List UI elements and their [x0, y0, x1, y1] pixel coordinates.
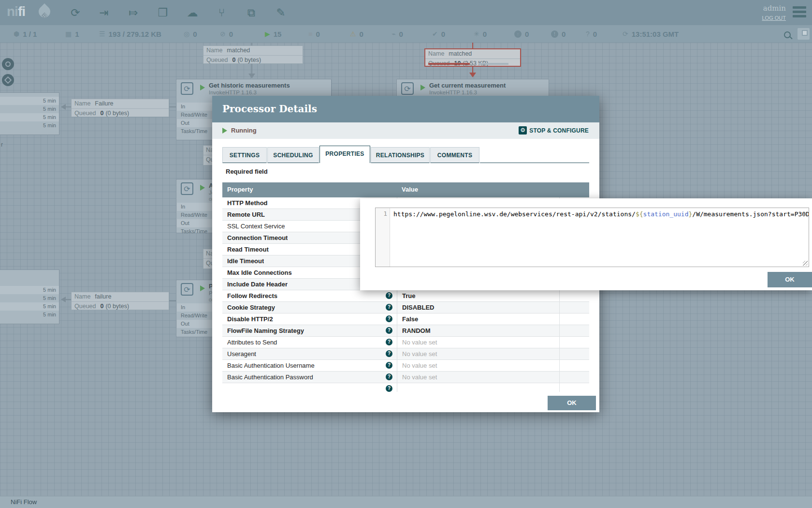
url-token-plain: /W/measurements.json?start=P30D	[692, 210, 809, 218]
property-name: Basic Authentication Password	[227, 372, 313, 383]
row-filler-cell	[559, 383, 589, 392]
stat-label: Read/Write	[181, 112, 207, 118]
property-help-icon[interactable]: ?	[386, 327, 392, 334]
queued-size: (0 bytes)	[105, 303, 129, 310]
property-help-icon[interactable]: ?	[386, 292, 392, 299]
row-filler-cell	[559, 302, 589, 313]
property-value[interactable]	[397, 383, 559, 392]
column-property: Property	[227, 186, 253, 193]
status-total-process-groups: ▦1	[65, 25, 79, 43]
status-locally-modified: ✳0	[474, 25, 487, 43]
line-number-gutter: 1	[376, 208, 390, 267]
url-token-bracket: ${	[636, 210, 643, 218]
stat-label: Read/Write	[181, 313, 207, 318]
processor-name: Get historic measurements	[209, 82, 290, 89]
property-name: Disable HTTP/2	[227, 314, 273, 325]
property-value[interactable]: False	[397, 314, 559, 325]
property-value[interactable]: No value set	[397, 348, 559, 359]
sync-failure-icon: ?	[586, 30, 590, 38]
current-user-area: admin LOG OUT	[762, 4, 786, 21]
editor-ok-button[interactable]: OK	[768, 272, 812, 287]
queued-label: Queued	[74, 303, 96, 310]
locally-modified-stale-icon: !	[551, 30, 558, 38]
property-value[interactable]: No value set	[397, 337, 559, 348]
connection-name: matched	[227, 47, 250, 54]
property-help-icon[interactable]: ?	[386, 362, 392, 369]
property-name: SSL Context Service	[227, 221, 285, 232]
stop-and-configure-button[interactable]: ⚙ STOP & CONFIGURE	[519, 126, 589, 134]
queued-label: Queued	[74, 110, 96, 117]
run-status-icon	[420, 85, 425, 90]
property-name: Attributes to Send	[227, 337, 277, 348]
property-help-icon[interactable]: ?	[386, 374, 392, 380]
column-value: Value	[402, 186, 418, 193]
dialog-ok-button[interactable]: OK	[548, 396, 596, 410]
run-status-icon	[200, 285, 205, 291]
property-name: Max Idle Connections	[227, 267, 292, 278]
row-filler-cell	[559, 314, 589, 325]
tab-settings[interactable]: SETTINGS	[222, 147, 267, 163]
resize-handle[interactable]	[803, 261, 808, 266]
property-value[interactable]: True	[397, 290, 559, 301]
transmitting-count: 0	[193, 30, 197, 38]
property-value[interactable]: No value set	[397, 372, 559, 383]
connection-line	[169, 106, 176, 107]
tab-scheduling[interactable]: SCHEDULING	[267, 147, 319, 163]
running-icon: ▶	[265, 30, 270, 38]
tab-properties[interactable]: PROPERTIES	[319, 146, 370, 163]
property-help-icon[interactable]: ?	[386, 339, 392, 345]
stat-label: Out	[181, 321, 189, 327]
status-transmitting: ◎0	[184, 25, 197, 43]
remote-process-group-icon: ☁	[184, 5, 201, 20]
property-name: Cookie Strategy	[227, 302, 275, 313]
queued-icon: ☰	[99, 30, 105, 38]
value-editor-textarea[interactable]: 1 https://www.pegelonline.wsv.de/webserv…	[375, 208, 809, 267]
logo-text-fi: fi	[18, 4, 25, 19]
stat-label: In	[181, 204, 185, 209]
stat-duration: 5 min	[0, 121, 59, 130]
stat-label: Read/Write	[181, 212, 207, 218]
property-value[interactable]: RANDOM	[397, 325, 559, 336]
stat-duration: 5 min	[0, 113, 59, 121]
stat-duration: 5 min	[0, 105, 59, 113]
property-value[interactable]: No value set	[397, 360, 559, 371]
locally-modified-stale-count: 0	[562, 30, 566, 38]
search-icon	[784, 31, 791, 38]
connection-label: NamematchedQueued10(2.53 KB)	[424, 48, 521, 67]
active-threads-count: 1 / 1	[23, 30, 37, 38]
up-to-date-count: 0	[441, 30, 445, 38]
property-help-icon[interactable]: ?	[386, 315, 392, 322]
status-active-threads: ⬢1 / 1	[14, 25, 37, 43]
queue-percent-bar	[428, 63, 470, 65]
queued-size: (0 bytes)	[105, 110, 129, 117]
property-help-icon[interactable]: ?	[386, 304, 392, 311]
connection-queued-row: Queued0(0 bytes)	[72, 301, 169, 311]
status-locally-modified-stale: !0	[551, 25, 566, 43]
connection-label-cut-text: Qu	[203, 258, 213, 268]
status-disabled: ⌁0	[392, 25, 403, 43]
locally-modified-count: 0	[483, 30, 487, 38]
stat-label: Tasks/Time	[181, 228, 207, 234]
tab-comments[interactable]: COMMENTS	[430, 147, 479, 163]
logout-link: LOG OUT	[762, 15, 786, 21]
connection-label-cut-text: Na	[203, 146, 213, 155]
not-transmitting-count: 0	[229, 30, 233, 38]
nifi-logo: nifi	[7, 4, 25, 19]
connection-label-cut: NaQu	[203, 145, 213, 165]
connection-label-cut-text: Qu	[203, 155, 213, 164]
property-help-icon[interactable]: ?	[386, 350, 392, 357]
queued-count: 193 / 279.12 KB	[109, 30, 161, 38]
connection-label: NamefailureQueued0(0 bytes)	[71, 292, 169, 310]
property-row: Basic Authentication Password?No value s…	[222, 372, 589, 383]
breadcrumb: NiFi Flow	[11, 498, 37, 506]
stat-duration: 5 min	[0, 97, 59, 105]
property-row: Basic Authentication Username?No value s…	[222, 360, 589, 372]
connection-arrow-icon	[61, 297, 66, 302]
status-bar: ⬢1 / 1▦1☰193 / 279.12 KB◎0⊘0▶15■0⚠0⌁0✔0✳…	[0, 25, 812, 43]
property-value[interactable]: DISABLED	[397, 302, 559, 313]
status-stale: ↑0	[514, 25, 529, 43]
locally-modified-icon: ✳	[474, 30, 479, 38]
tab-relationships[interactable]: RELATIONSHIPS	[371, 147, 430, 163]
nifi-drop-logo-icon	[36, 3, 53, 20]
property-help-icon[interactable]: ?	[386, 385, 392, 392]
